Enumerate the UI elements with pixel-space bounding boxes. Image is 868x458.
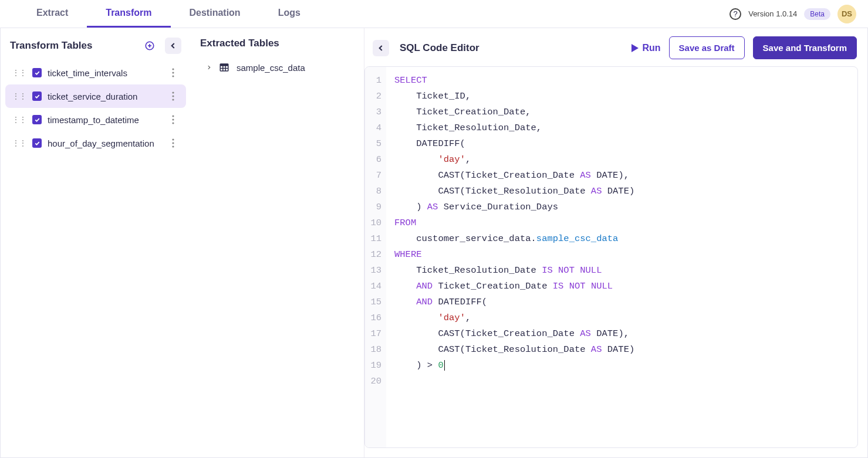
collapse-extracted-pane-button[interactable] bbox=[373, 40, 389, 56]
extracted-tables-pane: Extracted Tables sample_csc_data bbox=[191, 28, 364, 457]
tab-logs[interactable]: Logs bbox=[259, 0, 319, 28]
list-item[interactable]: ⋮⋮ hour_of_day_segmentation bbox=[5, 131, 186, 155]
tab-destination[interactable]: Destination bbox=[171, 0, 259, 28]
checkbox-icon[interactable] bbox=[32, 91, 42, 101]
extracted-tables-title: Extracted Tables bbox=[200, 38, 279, 49]
svg-point-4 bbox=[172, 72, 174, 73]
kebab-icon bbox=[172, 115, 174, 124]
editor-gutter: 1 2 3 4 5 6 7 8 9 10 11 12 13 14 15 16 1… bbox=[365, 67, 386, 447]
kebab-icon bbox=[172, 68, 174, 77]
drag-handle-icon[interactable]: ⋮⋮ bbox=[12, 69, 26, 76]
checkbox-icon[interactable] bbox=[32, 138, 42, 148]
extracted-table-label: sample_csc_data bbox=[237, 63, 305, 73]
row-menu-button[interactable] bbox=[167, 114, 179, 125]
drag-handle-icon[interactable]: ⋮⋮ bbox=[12, 116, 26, 123]
tab-extract[interactable]: Extract bbox=[18, 0, 87, 28]
kebab-icon bbox=[172, 91, 174, 101]
list-item[interactable]: ⋮⋮ ticket_service_duration bbox=[5, 84, 186, 108]
workspace: Transform Tables ⋮⋮ ticket_time_interval… bbox=[0, 28, 868, 458]
list-item-label: ticket_time_intervals bbox=[48, 68, 127, 78]
version-label: Version 1.0.14 bbox=[748, 9, 797, 18]
chevron-left-icon bbox=[377, 44, 385, 52]
save-transform-button[interactable]: Save and Transform bbox=[753, 36, 857, 59]
list-item[interactable]: ⋮⋮ ticket_time_intervals bbox=[5, 61, 186, 84]
avatar[interactable]: DS bbox=[837, 5, 856, 23]
svg-point-3 bbox=[172, 68, 174, 70]
run-button[interactable]: Run bbox=[631, 43, 660, 53]
play-icon bbox=[631, 44, 639, 52]
transform-tables-title: Transform Tables bbox=[10, 40, 92, 52]
table-icon bbox=[219, 62, 229, 73]
editor-title: SQL Code Editor bbox=[400, 42, 479, 54]
editor-body[interactable]: SELECT Ticket_ID, Ticket_Creation_Date, … bbox=[386, 67, 643, 447]
run-label: Run bbox=[642, 43, 660, 53]
chevron-left-icon bbox=[169, 42, 177, 50]
checkbox-icon[interactable] bbox=[32, 68, 42, 77]
checkbox-icon[interactable] bbox=[32, 115, 42, 124]
main-tabs: Extract Transform Destination Logs bbox=[18, 0, 319, 28]
svg-rect-16 bbox=[220, 64, 228, 66]
sql-code-editor[interactable]: 1 2 3 4 5 6 7 8 9 10 11 12 13 14 15 16 1… bbox=[364, 66, 858, 448]
kebab-icon bbox=[172, 138, 174, 148]
list-item-label: ticket_service_duration bbox=[48, 91, 137, 101]
row-menu-button[interactable] bbox=[167, 137, 179, 149]
beta-badge: Beta bbox=[804, 8, 830, 20]
list-item-label: timestamp_to_datetime bbox=[48, 115, 139, 125]
svg-point-12 bbox=[172, 138, 174, 140]
row-menu-button[interactable] bbox=[167, 67, 179, 79]
svg-point-7 bbox=[172, 95, 174, 97]
svg-point-6 bbox=[172, 91, 174, 93]
svg-point-8 bbox=[172, 99, 174, 100]
drag-handle-icon[interactable]: ⋮⋮ bbox=[12, 93, 26, 100]
chevron-right-icon bbox=[206, 65, 212, 70]
collapse-transform-pane-button[interactable] bbox=[165, 38, 181, 54]
svg-point-11 bbox=[172, 122, 174, 124]
save-draft-button[interactable]: Save as Draft bbox=[669, 36, 745, 59]
top-bar: Extract Transform Destination Logs ? Ver… bbox=[0, 0, 868, 28]
editor-cursor bbox=[444, 360, 445, 371]
svg-point-14 bbox=[172, 145, 174, 147]
svg-point-5 bbox=[172, 75, 174, 77]
transform-tables-pane: Transform Tables ⋮⋮ ticket_time_interval… bbox=[1, 28, 191, 457]
tab-transform[interactable]: Transform bbox=[87, 0, 170, 28]
svg-point-13 bbox=[172, 142, 174, 144]
drag-handle-icon[interactable]: ⋮⋮ bbox=[12, 140, 26, 147]
transform-tables-list: ⋮⋮ ticket_time_intervals ⋮⋮ ticket_servi… bbox=[5, 61, 186, 155]
row-menu-button[interactable] bbox=[167, 90, 179, 102]
list-item[interactable]: ⋮⋮ timestamp_to_datetime bbox=[5, 108, 186, 131]
top-right-group: ? Version 1.0.14 Beta DS bbox=[729, 5, 856, 23]
list-item-label: hour_of_day_segmentation bbox=[48, 138, 154, 148]
help-icon[interactable]: ? bbox=[729, 8, 741, 20]
extracted-table-row[interactable]: sample_csc_data bbox=[195, 56, 359, 79]
plus-circle-icon bbox=[144, 40, 155, 51]
add-transform-table-button[interactable] bbox=[143, 39, 157, 53]
svg-point-10 bbox=[172, 118, 174, 120]
svg-point-9 bbox=[172, 115, 174, 117]
svg-marker-20 bbox=[631, 44, 639, 52]
editor-pane: SQL Code Editor Run Save as Draft Save a… bbox=[364, 28, 867, 457]
